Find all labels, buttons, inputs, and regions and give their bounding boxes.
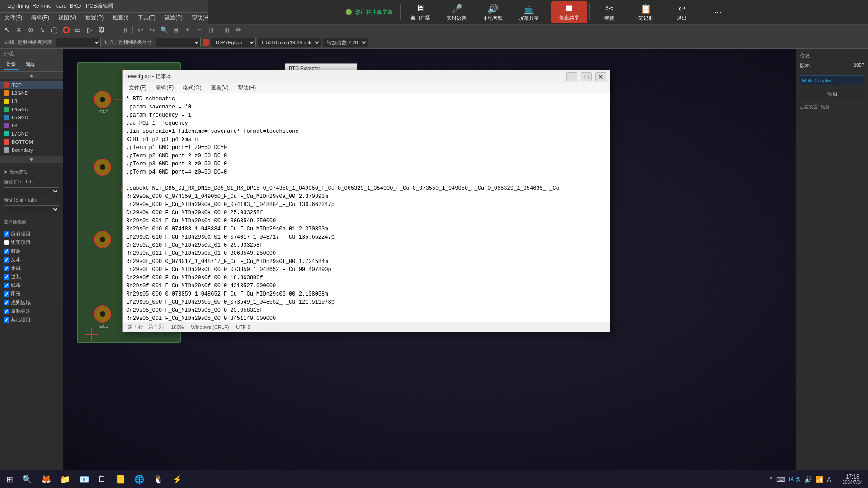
pad-4-label: GND [99,324,109,328]
filter-shape-checkbox[interactable] [4,291,9,297]
clock[interactable]: 17:18 2024/7/24 [843,474,863,485]
menu-inspect[interactable]: 检查(I) [108,13,133,23]
zoom-fit[interactable]: ⊠ [170,25,181,35]
taskbar-notepad2[interactable]: 📒 [111,472,130,487]
arrow-tool[interactable]: ▷ [84,25,95,35]
menu-place[interactable]: 放置(P) [81,13,108,23]
add-button[interactable]: 添加 [800,89,864,99]
layer-item-bottom[interactable]: BOTTOM [0,138,63,146]
taskbar-start[interactable]: ⊞ [2,472,18,487]
layer-item-l5gnd[interactable]: L5GND [0,113,63,122]
cross-tool[interactable]: ✕ [14,25,24,35]
via-size-select[interactable] [156,38,201,47]
left-panel: 外观 对象 网络 ▲ TOP L2GND L3 [0,49,63,477]
notif-btn-mic[interactable]: 🎤 实时语音 [439,1,475,23]
tray-network[interactable]: 📶 [816,476,823,483]
preset-ctrl-select[interactable]: --- [4,187,59,195]
search-btn[interactable]: 🔍 [159,25,170,35]
menu-settings[interactable]: 设置(P) [160,13,187,23]
tray-volume[interactable]: 🔊 [804,476,812,483]
taskbar-search[interactable]: 🔍 [18,472,37,487]
notif-btn-audio[interactable]: 🔊 本地音频 [475,1,511,23]
tray-ime[interactable]: A [827,476,831,483]
notif-btn-share-screen[interactable]: 📺 屏幕共享 [511,1,547,23]
notif-btn-stop[interactable]: ⏹ 停止共享 [551,1,587,23]
notepad-close[interactable]: ✕ [595,72,606,81]
np-menu-edit[interactable]: 编辑(E) [151,83,178,93]
zoom-select[interactable]: 缩放倍数 2.20 [323,38,368,47]
taskbar-kicad[interactable]: ⚡ [168,472,187,487]
tab-net[interactable]: 网络 [23,61,38,69]
taskbar-mail[interactable]: 📧 [75,472,94,487]
filter-footprint-checkbox[interactable] [4,249,9,254]
zoom-area[interactable]: ⊡ [206,25,217,35]
tray-arrow[interactable]: ^ [769,476,773,483]
taskbar-linux[interactable]: 🐧 [149,472,168,487]
text-tool[interactable]: T [108,25,118,35]
size-select[interactable]: 0.5000 mm (19.69 mils) [258,38,321,47]
tray-keyboard[interactable]: ⌨ [776,476,785,483]
grid-btn[interactable]: ⊞ [222,25,232,35]
pencil-btn[interactable]: ✏ [233,25,244,35]
layer-item-l4gnd[interactable]: L4GND [0,105,63,113]
filter-locked-checkbox[interactable] [4,240,9,245]
notepad-minimize[interactable]: ─ [566,72,577,81]
notepad-maximize[interactable]: □ [581,72,592,81]
menu-tools[interactable]: 工具(T) [133,13,160,23]
layer-item-l7gnd[interactable]: L7GND [0,130,63,138]
filter-trace-checkbox[interactable] [4,266,9,271]
filter-text-checkbox[interactable] [4,257,9,263]
image-tool[interactable]: 🖼 [96,25,107,35]
redo-btn[interactable]: ↪ [147,25,158,35]
taskbar-explorer[interactable]: 📁 [56,472,75,487]
circle-tool[interactable]: ⭕ [61,25,71,35]
layer-item-top[interactable]: TOP [0,81,63,89]
pad-3-hole [100,237,105,242]
notif-btn-exit[interactable]: ↩ 退出 [664,1,700,23]
np-menu-format[interactable]: 格式(O) [178,83,206,93]
rect-tool[interactable]: ▭ [72,25,83,35]
arc-tool[interactable]: ◯ [49,25,60,35]
preset-shift-label: 预设 (Shift+Tab): [4,195,59,205]
menu-view[interactable]: 视图(V) [54,13,81,23]
select-tool[interactable]: ↖ [2,25,13,35]
filter-all-checkbox[interactable] [4,231,9,237]
filter-rule-area-checkbox[interactable] [4,300,9,305]
layer-item-l2gnd[interactable]: L2GND [0,89,63,97]
layer-select[interactable]: TOP (PgUp) [211,38,256,47]
route-tool[interactable]: ∿ [37,25,48,35]
notepad-content[interactable]: * BTD schematic .param savename = '0' .p… [123,93,610,322]
np-menu-file[interactable]: 文件(F) [124,83,151,93]
table-tool[interactable]: ⊞ [119,25,130,35]
layer-item-l6[interactable]: L6 [0,122,63,130]
taskbar-firefox[interactable]: 🦊 [37,472,56,487]
taskbar-onenote[interactable]: 🗒 [94,472,111,487]
menu-edit[interactable]: 编辑(E) [27,13,54,23]
notif-btn-screen[interactable]: 🖥 窗口广播 [402,1,439,23]
notif-btn-spring[interactable]: ✂ 弹簧 [591,1,627,23]
filter-measure-checkbox[interactable] [4,309,9,314]
layer-item-boundary[interactable]: Boundary [0,146,63,154]
zoom-out[interactable]: － [194,25,205,35]
notif-btn-more[interactable]: ··· [700,5,736,20]
layers-scroll-down[interactable]: ▼ [0,156,63,163]
origin-tool[interactable]: ⊕ [25,25,36,35]
notif-btn-notes[interactable]: 📋 笔记册 [627,1,664,23]
np-menu-help[interactable]: 帮助(H) [233,83,261,93]
layer-item-l3[interactable]: L3 [0,97,63,105]
filter-other-checkbox[interactable] [4,317,9,323]
tab-objects[interactable]: 对象 [4,60,19,70]
zoom-in[interactable]: ＋ [182,25,193,35]
layers-scroll-up[interactable]: ▲ [0,72,63,79]
filter-line-checkbox[interactable] [4,283,9,288]
menu-file[interactable]: 文件(F) [0,13,27,23]
np-menu-view[interactable]: 查看(V) [206,83,233,93]
trace-width-select[interactable] [56,38,101,47]
undo-btn[interactable]: ↩ [135,25,146,35]
layer-color-indicator [203,39,209,46]
kicad-icon: ⚡ [172,474,182,484]
taskbar-teams[interactable]: 🌐 [130,472,149,487]
display-toggle[interactable]: ▶ 显示选项 [4,167,59,177]
preset-shift-select[interactable]: --- [4,205,59,213]
filter-via-checkbox[interactable] [4,274,9,280]
